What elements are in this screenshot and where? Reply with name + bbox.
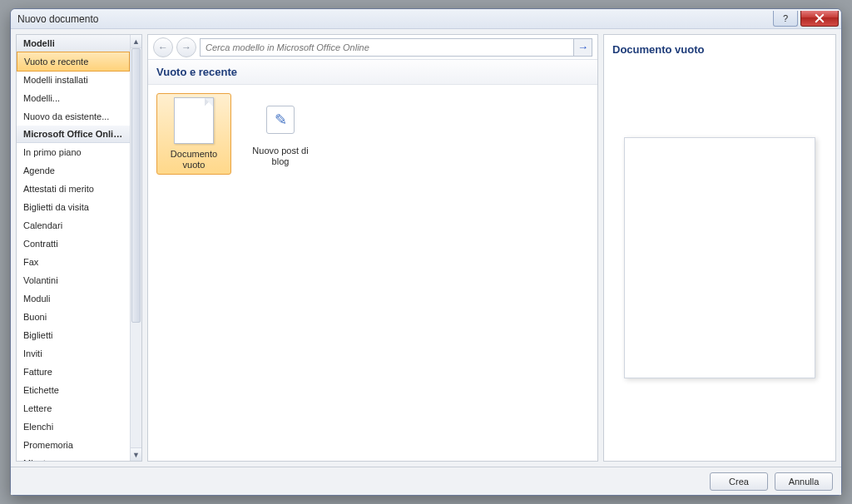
- sidebar-item[interactable]: Etichette: [17, 381, 130, 399]
- preview-page: [624, 137, 815, 378]
- template-item[interactable]: Documento vuoto: [156, 93, 231, 175]
- search-go-button[interactable]: →: [573, 39, 592, 56]
- sidebar-item[interactable]: Minute: [17, 454, 130, 461]
- titlebar: Nuovo documento ?: [11, 9, 841, 29]
- create-button[interactable]: Crea: [710, 472, 768, 491]
- section-title: Vuoto e recente: [148, 60, 597, 85]
- toolbar: ← → →: [148, 35, 597, 60]
- sidebar-item[interactable]: Contratti: [17, 235, 130, 253]
- template-label: Nuovo post di blog: [245, 146, 315, 167]
- template-label: Documento vuoto: [159, 149, 229, 170]
- sidebar-header-online: Microsoft Office Online: [17, 126, 130, 143]
- preview-panel: Documento vuoto: [603, 34, 836, 462]
- scroll-up-button[interactable]: ▲: [131, 35, 141, 48]
- close-button[interactable]: [800, 11, 839, 27]
- sidebar-item[interactable]: Modelli installati: [17, 71, 130, 89]
- help-button[interactable]: ?: [773, 11, 798, 27]
- preview-wrap: [612, 62, 827, 452]
- sidebar-list: ModelliVuoto e recenteModelli installati…: [17, 35, 130, 461]
- scroll-track[interactable]: [131, 48, 141, 447]
- preview-title: Documento vuoto: [612, 43, 827, 56]
- help-icon: ?: [783, 13, 788, 23]
- sidebar-item[interactable]: Moduli: [17, 289, 130, 308]
- sidebar-item[interactable]: In primo piano: [17, 143, 130, 161]
- blank-document-icon: [174, 97, 214, 144]
- sidebar-scrollbar[interactable]: ▲ ▼: [130, 35, 141, 461]
- sidebar-item[interactable]: Elenchi: [17, 418, 130, 436]
- sidebar-item[interactable]: Attestati di merito: [17, 180, 130, 198]
- forward-button[interactable]: →: [176, 37, 196, 57]
- sidebar-header-templates: Modelli: [17, 35, 130, 52]
- back-icon: ←: [158, 42, 168, 53]
- sidebar-item[interactable]: Calendari: [17, 216, 130, 235]
- sidebar-item[interactable]: Volantini: [17, 271, 130, 289]
- template-item[interactable]: ✎Nuovo post di blog: [243, 93, 318, 171]
- close-icon: [815, 13, 825, 23]
- sidebar-item[interactable]: Biglietti da visita: [17, 198, 130, 216]
- sidebar-item[interactable]: Modelli...: [17, 89, 130, 107]
- scroll-down-button[interactable]: ▼: [131, 447, 141, 461]
- sidebar-item[interactable]: Vuoto e recente: [17, 52, 130, 72]
- new-document-dialog: Nuovo documento ? ModelliVuoto e recente…: [10, 8, 842, 496]
- sidebar: ModelliVuoto e recenteModelli installati…: [16, 34, 142, 462]
- sidebar-item[interactable]: Lettere: [17, 399, 130, 418]
- window-controls: ?: [773, 12, 841, 27]
- sidebar-item[interactable]: Buoni: [17, 308, 130, 326]
- scroll-thumb[interactable]: [131, 48, 141, 323]
- sidebar-item[interactable]: Nuovo da esistente...: [17, 107, 130, 126]
- main-panel: ← → → Vuoto e recente Documento vuoto✎Nu…: [147, 34, 598, 462]
- sidebar-item[interactable]: Fax: [17, 253, 130, 271]
- search-input[interactable]: [201, 39, 573, 56]
- sidebar-item[interactable]: Agende: [17, 161, 130, 180]
- sidebar-item[interactable]: Biglietti: [17, 326, 130, 344]
- back-button[interactable]: ←: [153, 37, 173, 57]
- blog-post-icon: ✎: [266, 106, 295, 134]
- dialog-footer: Crea Annulla: [11, 467, 841, 495]
- cancel-button[interactable]: Annulla: [775, 472, 833, 491]
- dialog-body: ModelliVuoto e recenteModelli installati…: [11, 29, 841, 467]
- sidebar-item[interactable]: Fatture: [17, 363, 130, 381]
- window-title: Nuovo documento: [17, 13, 98, 25]
- arrow-right-icon: →: [577, 41, 588, 53]
- templates-grid: Documento vuoto✎Nuovo post di blog: [148, 85, 597, 461]
- search-field-wrap: →: [200, 38, 592, 57]
- forward-icon: →: [181, 42, 191, 53]
- sidebar-item[interactable]: Inviti: [17, 344, 130, 363]
- sidebar-item[interactable]: Promemoria: [17, 436, 130, 454]
